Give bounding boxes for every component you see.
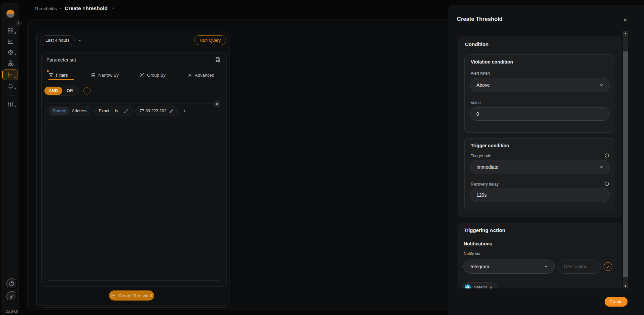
scroll-down-arrow[interactable]: ▼: [623, 284, 628, 288]
submenu-corner-icon: [14, 87, 16, 89]
add-filter-condition-button[interactable]: [182, 109, 187, 113]
drawer-create-button[interactable]: Create: [605, 297, 628, 307]
trigger-rule-select[interactable]: Immediate: [470, 160, 610, 174]
helm-icon: [7, 49, 14, 55]
filter-value-pill[interactable]: 77.89.223.202: [135, 106, 178, 116]
triggering-action-heading: Triggering Action: [464, 227, 505, 233]
line-chart-icon: [7, 38, 14, 45]
page-title: Create Threshold: [65, 5, 107, 11]
app-logo-icon[interactable]: [5, 9, 15, 19]
sidebar-item-dashboard[interactable]: [3, 26, 18, 35]
run-query-button[interactable]: Run Query: [194, 35, 226, 45]
active-tab-underline: [48, 79, 74, 80]
recovery-delay-info-icon[interactable]: [604, 181, 609, 186]
plus-icon: [182, 109, 187, 113]
sliders-icon: [7, 101, 14, 108]
tab-filters[interactable]: Filters: [48, 71, 68, 79]
tab-advanced[interactable]: Advanced: [187, 71, 214, 79]
triggering-action-card: Triggering Action Notifications Notify v…: [458, 223, 622, 288]
notify-channel-select[interactable]: Telegram: [463, 260, 555, 274]
breadcrumb-parent[interactable]: Thresholds: [34, 6, 57, 11]
destination-input[interactable]: [564, 264, 595, 269]
recovery-delay-field[interactable]: [470, 188, 610, 202]
scroll-up-arrow[interactable]: ▲: [623, 31, 628, 36]
pill-separator: [121, 109, 121, 113]
close-icon: [215, 102, 219, 106]
tab-group-by[interactable]: Group By: [140, 71, 166, 79]
breadcrumb-chevron-down-icon[interactable]: [111, 6, 115, 11]
check-icon: [606, 264, 610, 269]
dashboard-grid-icon: [7, 28, 14, 34]
time-range-button[interactable]: Last 4 hours: [40, 35, 75, 45]
pill-separator: [112, 109, 112, 113]
edit-operator-icon[interactable]: [124, 109, 128, 113]
alert-when-value: Above: [476, 82, 490, 88]
drawer-scroll-area: Condition Violation condition Alert when…: [448, 31, 644, 288]
submenu-corner-icon: [14, 106, 16, 107]
time-range-chevron-down-icon[interactable]: [78, 38, 82, 42]
parameter-set-title: Parameter set: [46, 57, 76, 63]
logic-or-button[interactable]: OR: [62, 87, 77, 95]
drawer-scrollbar[interactable]: ▲ ▼: [623, 31, 628, 288]
violation-condition-heading: Violation condition: [471, 59, 513, 65]
create-threshold-button[interactable]: Create Threshold: [109, 290, 154, 301]
sidebar-item-charts[interactable]: [3, 37, 18, 46]
filter-direction-chip[interactable]: Source: [50, 107, 69, 115]
violation-condition-card: Violation condition Alert when Above Val…: [464, 54, 615, 133]
notify-channel-value: Telegram: [470, 264, 489, 269]
trigger-condition-heading: Trigger condition: [471, 143, 509, 148]
sidebar-item-tuning[interactable]: [3, 100, 18, 109]
filter-operator-pill[interactable]: Exact is: [94, 106, 132, 116]
threshold-value-input[interactable]: [476, 111, 604, 117]
condition-heading: Condition: [465, 41, 489, 47]
chevron-down-icon: [599, 83, 604, 87]
sidebar-item-thresholds[interactable]: [3, 69, 18, 80]
sidebar-item-explore[interactable]: [3, 48, 18, 57]
parameter-set-tabs: Filters Narrow By Group By Advanced: [45, 71, 222, 79]
api-keys-button[interactable]: [6, 291, 17, 302]
filter-field-label: Address: [72, 109, 87, 113]
remove-filter-button[interactable]: [214, 101, 220, 107]
drawer-close-button[interactable]: [622, 17, 628, 23]
recovery-delay-label: Recovery delay: [471, 182, 499, 187]
breadcrumb: Thresholds • Create Threshold: [34, 5, 115, 12]
chevron-down-icon: [544, 264, 548, 269]
alert-when-select[interactable]: Above: [470, 78, 610, 92]
destination-chip-label: 444444: [473, 285, 487, 288]
submenu-corner-icon: [14, 32, 16, 34]
logic-and-button[interactable]: AND: [44, 87, 62, 95]
bell-icon: [7, 83, 14, 89]
filter-card: Source Address Exact is: [45, 104, 219, 133]
destination-chip: 444444: [462, 282, 497, 288]
threshold-value-field[interactable]: [470, 107, 610, 121]
confirm-destination-button[interactable]: [604, 262, 612, 271]
save-icon: [215, 57, 220, 63]
scroll-thumb[interactable]: [623, 51, 628, 277]
help-icon: [9, 281, 15, 287]
parameter-set-divider: [42, 307, 226, 308]
edit-value-icon[interactable]: [169, 109, 174, 113]
save-parameter-set-button[interactable]: [215, 57, 220, 64]
close-icon: [623, 17, 628, 23]
group-icon: [140, 73, 145, 78]
tab-label: Advanced: [195, 73, 214, 78]
condition-card: Condition Violation condition Alert when…: [458, 36, 622, 218]
destination-field[interactable]: [558, 260, 601, 274]
filter-match-type: Exact: [99, 109, 109, 113]
add-filter-group-button[interactable]: [83, 87, 91, 94]
drawer-title: Create Threshold: [457, 16, 503, 22]
remove-destination-button[interactable]: [489, 286, 493, 289]
submenu-corner-icon: [14, 53, 16, 55]
trigger-rule-info-icon[interactable]: [604, 153, 609, 158]
filter-field-pill[interactable]: Source Address: [47, 106, 92, 116]
help-button[interactable]: [6, 278, 17, 289]
tab-narrow-by[interactable]: Narrow By: [91, 71, 119, 79]
chevron-down-icon: [599, 165, 604, 169]
notify-row: Telegram: [463, 260, 612, 274]
sidebar-expand-button[interactable]: [16, 20, 22, 26]
create-threshold-label: Create Threshold: [118, 293, 152, 298]
sidebar-item-alerts[interactable]: [3, 82, 18, 91]
sidebar: 25.04.0: [1, 3, 19, 314]
sidebar-item-topology[interactable]: [3, 58, 18, 68]
recovery-delay-input[interactable]: [476, 192, 604, 198]
